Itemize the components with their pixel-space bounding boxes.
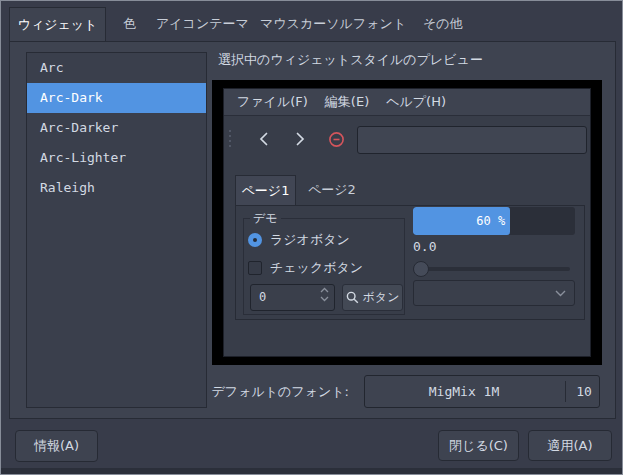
info-button[interactable]: 情報(A) [15,430,98,462]
preview-title: 選択中のウィジェットスタイルのプレビュー [218,51,483,69]
list-item[interactable]: Arc-Darker [27,113,206,143]
scale-value: 0.0 [413,239,436,254]
scale-slider[interactable] [413,261,570,277]
list-item[interactable]: Raleigh [27,173,206,203]
widget-style-list[interactable]: Arc Arc-Dark Arc-Darker Arc-Lighter Rale… [26,52,207,408]
preview-toolbar [224,117,590,162]
apply-button[interactable]: 適用(A) [528,430,612,461]
tab-icon-theme[interactable]: アイコンテーマ [156,7,249,41]
lxappearance-window: ウィジェット 色 アイコンテーマ マウスカーソル フォント その他 Arc Ar… [0,0,623,475]
combo-box[interactable] [413,280,575,306]
tab-font[interactable]: フォント [353,7,406,41]
close-button[interactable]: 閉じる(C) [438,430,519,461]
search-icon [346,291,359,304]
tab-widget[interactable]: ウィジェット [9,7,106,41]
progress-bar: 60 % [413,207,575,235]
window-bottom-edge [1,468,622,474]
widget-page: Arc Arc-Dark Arc-Darker Arc-Lighter Rale… [9,41,616,419]
slider-track[interactable] [413,267,570,271]
preview-tab-page1[interactable]: ページ1 [235,175,296,205]
demo-frame-label: デモ [250,210,281,227]
radio-label[interactable]: ラジオボタン [270,231,350,249]
demo-frame: デモ ラジオボタン チェックボタン 0 ボタン [243,218,405,315]
check-button[interactable] [248,261,262,275]
preview-tab-page2[interactable]: ページ2 [308,175,356,205]
checkbox-label[interactable]: チェックボタン [270,259,363,277]
preview-frame: ファイル(F) 編集(E) ヘルプ(H) [212,80,602,365]
list-item-selected[interactable]: Arc-Dark [27,83,206,113]
font-select-button[interactable]: MigMix 1M 10 [364,375,600,408]
chevron-down-icon [320,296,329,302]
stop-icon [328,131,345,148]
font-name: MigMix 1M [365,376,563,407]
chevron-up-icon [320,287,329,293]
list-item[interactable]: Arc [27,53,206,83]
radio-button[interactable] [248,233,262,247]
toolbar-entry[interactable] [357,126,587,154]
forward-button[interactable] [291,130,309,148]
stop-button[interactable] [327,130,345,148]
preview-menubar: ファイル(F) 編集(E) ヘルプ(H) [224,89,590,116]
font-size: 10 [569,376,599,407]
font-separator [565,381,566,402]
preview-window: ファイル(F) 編集(E) ヘルプ(H) [223,88,591,357]
progress-label: 60 % [476,214,505,228]
chevron-left-icon [257,131,271,147]
menu-help[interactable]: ヘルプ(H) [386,93,446,111]
slider-handle[interactable] [413,261,429,277]
spin-arrows[interactable] [320,287,329,302]
progress-fill: 60 % [413,207,510,235]
demo-button[interactable]: ボタン [342,284,403,311]
default-font-label: デフォルトのフォント: [149,383,349,401]
menu-file[interactable]: ファイル(F) [237,93,308,111]
chevron-down-icon [555,290,566,297]
list-item[interactable]: Arc-Lighter [27,143,206,173]
back-button[interactable] [255,130,273,148]
chevron-right-icon [293,131,307,147]
toolbar-drag-handle[interactable] [229,130,231,147]
radio-dot-icon [253,238,257,242]
tab-mouse-cursor[interactable]: マウスカーソル [260,7,353,41]
spin-value: 0 [259,285,266,310]
menu-edit[interactable]: 編集(E) [325,93,369,111]
demo-button-label: ボタン [363,289,400,306]
tab-color[interactable]: 色 [123,7,136,41]
spin-button[interactable]: 0 [250,284,335,311]
tab-other[interactable]: その他 [423,7,463,41]
